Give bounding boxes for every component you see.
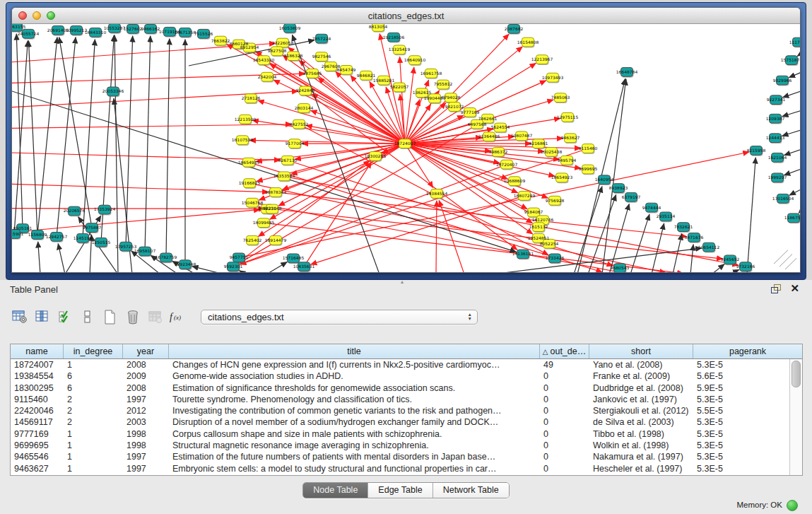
svg-text:5624554: 5624554	[491, 125, 510, 130]
table-cell: 1	[64, 359, 123, 370]
delete-table-icon[interactable]	[123, 307, 143, 327]
select-all-icon[interactable]	[55, 307, 75, 327]
svg-text:8471676: 8471676	[685, 235, 704, 240]
svg-text:1209387: 1209387	[766, 116, 785, 121]
table-cell: Tibbo et al. (1998)	[589, 428, 693, 440]
table-cell: Disruption of a novel member of a sodium…	[169, 416, 540, 428]
svg-text:10973493: 10973493	[542, 75, 564, 80]
memory-status-led[interactable]	[787, 500, 798, 511]
network-graph[interactable]: 1872400718300295193845542063155240557242…	[12, 24, 800, 272]
table-cell: Wolkin et al. (1998)	[589, 440, 693, 451]
float-panel-icon[interactable]	[771, 284, 781, 293]
column-header-pagerank[interactable]: pagerank	[693, 344, 802, 358]
table-cell: Tourette syndrome. Phenomenology and cla…	[169, 394, 540, 405]
tab-network-table[interactable]: Network Table	[433, 483, 509, 498]
svg-text:16154808: 16154808	[517, 40, 539, 45]
svg-text:15716485: 15716485	[283, 255, 305, 260]
table-cell: 0	[540, 428, 589, 440]
table-cell: 1998	[123, 428, 169, 440]
svg-text:1999297: 1999297	[768, 175, 787, 180]
table-row[interactable]: 1938455462009Genome-wide association stu…	[11, 370, 790, 382]
column-header-year[interactable]: year	[123, 344, 169, 358]
new-table-icon[interactable]	[100, 307, 120, 327]
table-settings-icon[interactable]	[10, 307, 30, 327]
svg-text:1117305: 1117305	[789, 40, 800, 45]
column-header-name[interactable]: name	[11, 344, 64, 358]
splitter-grip-icon[interactable]: ▴	[401, 279, 403, 285]
svg-text:16782759: 16782759	[155, 255, 177, 259]
svg-text:18807249: 18807249	[514, 193, 536, 198]
table-cell: Estimation of the future numbers of pati…	[169, 451, 540, 462]
svg-text:2063155: 2063155	[12, 24, 26, 29]
column-header-out_de[interactable]: △out_de…	[540, 344, 589, 358]
column-header-title[interactable]: title	[169, 344, 540, 358]
table-row[interactable]: 911546021997Tourette syndrome. Phenomeno…	[11, 394, 790, 405]
node-table: namein_degreeyeartitle△out_de…shortpager…	[10, 344, 803, 476]
table-row[interactable]: 946362711997Embryonic stem cells: a mode…	[11, 463, 790, 474]
table-row[interactable]: 1872400712008Changes of HCN gene express…	[11, 359, 790, 370]
close-window-button[interactable]	[18, 11, 27, 20]
mac-window: citations_edges.txt 18724007183002951938…	[11, 7, 801, 273]
table-cell: 19384554	[11, 370, 64, 382]
dropdown-arrows-icon: ▲▼	[468, 313, 472, 321]
svg-text:7663822: 7663822	[211, 38, 230, 43]
svg-text:10553287: 10553287	[104, 25, 126, 30]
column-header-in_degree[interactable]: in_degree	[64, 344, 123, 358]
function-builder-icon[interactable]: f(x)	[168, 307, 188, 327]
row-height-icon[interactable]	[78, 307, 98, 327]
import-table-icon[interactable]	[146, 307, 165, 327]
table-cell: 9465546	[11, 451, 64, 462]
svg-text:1621064: 1621064	[768, 155, 787, 160]
svg-text:18107538: 18107538	[232, 137, 254, 142]
network-view-window[interactable]: citations_edges.txt 18724007183002951938…	[6, 2, 806, 280]
svg-text:15885201: 15885201	[373, 78, 395, 83]
table-panel-title: Table Panel	[10, 284, 58, 295]
table-row[interactable]: 969969511998Structural magnetic resonanc…	[11, 440, 790, 451]
table-panel-titlebar: ▴ Table Panel ✕	[0, 280, 812, 298]
table-cell: Nakamura et al. (1997)	[589, 451, 693, 462]
svg-text:17016504: 17016504	[772, 196, 794, 201]
column-header-short[interactable]: short	[589, 344, 693, 358]
table-row[interactable]: 946554611997Estimation of the future num…	[11, 451, 790, 462]
table-cell: 5.3E-5	[693, 428, 790, 440]
window-titlebar[interactable]: citations_edges.txt	[12, 8, 800, 24]
svg-text:2342004: 2342004	[258, 74, 277, 79]
svg-text:18640910: 18640910	[404, 57, 426, 62]
svg-text:9846821: 9846821	[357, 73, 376, 78]
show-columns-icon[interactable]	[33, 307, 52, 327]
svg-text:7485063: 7485063	[551, 95, 570, 100]
svg-text:1156809: 1156809	[28, 232, 47, 237]
minimize-window-button[interactable]	[33, 11, 41, 20]
svg-text:16648784: 16648784	[616, 69, 638, 74]
table-row[interactable]: 1456911722003Disruption of a novel membe…	[11, 416, 790, 428]
svg-text:12923448: 12923448	[175, 262, 196, 267]
window-title: citations_edges.txt	[368, 11, 445, 21]
svg-text:19218506: 19218506	[383, 35, 405, 40]
svg-text:8813054: 8813054	[369, 24, 388, 29]
svg-text:9975887: 9975887	[83, 225, 102, 230]
table-selector-dropdown[interactable]: citations_edges.txt ▲▼	[201, 310, 478, 325]
svg-text:2087682: 2087682	[505, 26, 524, 31]
close-panel-icon[interactable]: ✕	[790, 282, 799, 295]
svg-text:21364486: 21364486	[478, 134, 500, 139]
scrollbar-thumb[interactable]	[792, 361, 801, 387]
table-cell: 5.3E-5	[693, 394, 790, 405]
svg-text:16961758: 16961758	[420, 71, 442, 76]
network-canvas[interactable]: 1872400718300295193845542063155240557242…	[12, 24, 800, 272]
svg-text:13325419: 13325419	[389, 47, 411, 52]
table-cell: 2003	[123, 416, 169, 428]
tab-edge-table[interactable]: Edge Table	[368, 483, 433, 498]
tab-node-table[interactable]: Node Table	[303, 483, 368, 498]
table-tabs: Node TableEdge TableNetwork Table	[0, 482, 812, 498]
table-cell: 5.3E-5	[693, 463, 790, 474]
table-row[interactable]: 977716911998Corpus callosum shape and si…	[11, 428, 790, 440]
zoom-window-button[interactable]	[47, 11, 55, 20]
table-row[interactable]: 2242004622012Investigating the contribut…	[11, 405, 790, 416]
svg-text:24055724: 24055724	[18, 31, 40, 36]
table-row[interactable]: 1830029562008Estimation of significance …	[11, 382, 790, 394]
svg-text:9184067: 9184067	[524, 209, 543, 214]
svg-text:1640954: 1640954	[595, 177, 614, 182]
table-cell: 0	[540, 416, 589, 428]
vertical-scrollbar[interactable]	[789, 359, 802, 475]
svg-text:7515526: 7515526	[194, 31, 213, 36]
